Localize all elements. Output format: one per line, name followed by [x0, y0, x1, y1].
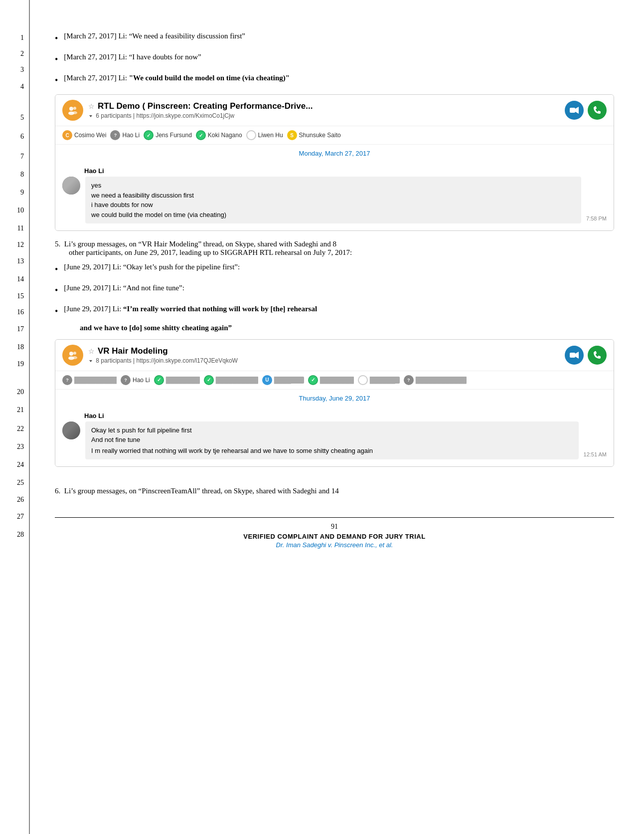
line-8: 8	[0, 166, 29, 184]
footer-divider	[55, 517, 614, 518]
participants-bar-1: C Cosimo Wei ? Hao Li ✓ Jens Fursund ✓ K…	[55, 126, 614, 145]
avatar-hao-li-1: ?	[110, 130, 120, 140]
participants-bar-2: ? ██████████ ? Hao Li ✓ ████████ ✓ █████…	[55, 371, 614, 390]
avatar-blurred-1: ?	[62, 375, 72, 385]
call-button-1[interactable]	[588, 101, 607, 120]
bullet-dot-17: •	[55, 304, 58, 319]
participant-blurred-1: ? ██████████	[62, 375, 117, 385]
line-20: 20	[0, 378, 29, 400]
line-1: 1	[0, 30, 29, 46]
numbered-item-5-row2: other participants, on June 29, 2017, le…	[55, 248, 614, 257]
svg-point-10	[72, 356, 77, 359]
line-24: 24	[0, 456, 29, 474]
page-footer: 91 VERIFIED COMPLAINT AND DEMAND FOR JUR…	[55, 509, 614, 554]
participant-hao-li-2: ? Hao Li	[121, 375, 150, 385]
line-19: 19	[0, 356, 29, 378]
bullet-item-1: • [March 27, 2017] Li: “We need a feasib…	[55, 30, 614, 46]
message-bubble-2: Okay let s push for full pipeline first …	[85, 421, 579, 460]
svg-point-1	[73, 107, 76, 110]
skype-header-1: ☆ RTL Demo ( Pinscreen: Creating Perform…	[55, 95, 614, 126]
skype-subtitle-2: 8 participants | https://join.skype.com/…	[88, 357, 565, 364]
blurred-name-4: ████	[274, 377, 304, 384]
date-divider-2: Thursday, June 29, 2017	[55, 390, 614, 407]
bullet-continuation-18: and we have to [do] some shitty cheating…	[80, 324, 614, 332]
line-10: 10	[0, 202, 29, 219]
line-11: 11	[0, 219, 29, 237]
msg2-line-1: Okay let s push for full pipeline first	[91, 425, 573, 435]
bullet-dot-3: •	[55, 73, 58, 88]
bullet-item-15: • [June 29, 2017] Li: “Okay let’s push f…	[55, 261, 614, 277]
svg-point-8	[73, 352, 76, 355]
participant-shunsuke-saito: S Shunsuke Saito	[287, 130, 341, 140]
svg-marker-4	[89, 115, 92, 117]
msg2-line-3: I m really worried that nothing will wor…	[91, 446, 573, 456]
svg-marker-6	[575, 107, 579, 114]
line-7: 7	[0, 148, 29, 166]
line-18: 18	[0, 338, 29, 356]
bullet-text-15: [June 29, 2017] Li: “Okay let’s push for…	[64, 261, 240, 273]
line-25: 25	[0, 474, 29, 492]
avatar-jens-fursund: ✓	[144, 130, 154, 140]
skype-header-2: ☆ VR Hair Modeling 8 participants | http…	[55, 340, 614, 371]
bullet-dot-1: •	[55, 31, 58, 46]
line-6: 6	[0, 126, 29, 148]
line-17: 17	[0, 320, 29, 338]
page-number: 91	[55, 523, 614, 531]
skype-group-icon-2	[62, 345, 83, 366]
numbered-item-5: 5. Li’s group messages, on “VR Hair Mode…	[55, 240, 614, 257]
avatar-blurred-3: ✓	[204, 375, 214, 385]
avatar-image-2	[62, 421, 80, 439]
skype-title-block-2: ☆ VR Hair Modeling 8 participants | http…	[88, 346, 565, 364]
line-13: 13	[0, 252, 29, 270]
footer-title: VERIFIED COMPLAINT AND DEMAND FOR JURY T…	[55, 533, 614, 540]
bullet-item-16: • [June 29, 2017] Li: “And not fine tune…	[55, 282, 614, 298]
avatar-blurred-4: U	[262, 375, 272, 385]
video-call-button-2[interactable]	[565, 346, 584, 365]
bullet-dot-15: •	[55, 262, 58, 277]
line-4: 4	[0, 78, 29, 102]
message-row-2: Okay let s push for full pipeline first …	[62, 421, 607, 460]
avatar-blurred-6	[358, 375, 368, 385]
line-15: 15	[0, 288, 29, 304]
avatar-blurred-2: ✓	[154, 375, 164, 385]
message-row-1: yes we need a feasibility discussion fir…	[62, 177, 607, 223]
skype-conversation-1: ☆ RTL Demo ( Pinscreen: Creating Perform…	[55, 94, 614, 231]
svg-marker-13	[575, 352, 579, 359]
line-21: 21	[0, 400, 29, 420]
bullet-item-17: • [June 29, 2017] Li: “I’m really worrie…	[55, 303, 614, 319]
message-time-1: 7:58 PM	[586, 215, 607, 221]
blurred-name-7: ████████████	[416, 377, 467, 384]
skype-star-1: ☆	[88, 102, 95, 110]
blurred-name-1: ██████████	[74, 377, 117, 384]
line-26: 26	[0, 492, 29, 508]
call-button-2[interactable]	[588, 346, 607, 365]
skype-title-text-2: VR Hair Modeling	[98, 346, 168, 356]
avatar-hao-li-2: ?	[121, 375, 131, 385]
blurred-name-5: ████████	[320, 377, 354, 384]
svg-rect-5	[570, 108, 575, 113]
msg-line-3: i have doubts for now	[91, 200, 575, 210]
avatar-blurred-7: ?	[404, 375, 414, 385]
line-22: 22	[0, 420, 29, 438]
msg-line-1: yes	[91, 181, 575, 191]
avatar-koki-nagano: ✓	[196, 130, 206, 140]
line-numbers-column: 1 2 3 4 5 6 7 8 9 10 11 12 13 14 15 16 1…	[0, 0, 30, 834]
svg-point-7	[69, 352, 73, 356]
line-16: 16	[0, 304, 29, 320]
avatar-liwen-hu	[246, 130, 256, 140]
line-27: 27	[0, 508, 29, 526]
msg-line-2: we need a feasibility discussion first	[91, 191, 575, 201]
msg-line-4: we could build the model on time (via ch…	[91, 210, 575, 220]
message-bubble-1: yes we need a feasibility discussion fir…	[85, 177, 581, 223]
line-23: 23	[0, 438, 29, 456]
video-call-button-1[interactable]	[565, 101, 584, 120]
skype-header-buttons-1	[565, 101, 607, 120]
bullet-text-17: [June 29, 2017] Li: “I’m really worried …	[64, 303, 317, 315]
skype-title-row-1: ☆ RTL Demo ( Pinscreen: Creating Perform…	[88, 101, 565, 111]
participant-hao-li-1: ? Hao Li	[110, 130, 140, 140]
date-divider-1: Monday, March 27, 2017	[55, 145, 614, 162]
page-wrapper: 1 2 3 4 5 6 7 8 9 10 11 12 13 14 15 16 1…	[0, 0, 644, 834]
skype-group-icon-1	[62, 100, 83, 121]
message-area-1: Hao Li yes we need a feasibility discuss…	[55, 162, 614, 230]
avatar-shunsuke-saito: S	[287, 130, 297, 140]
